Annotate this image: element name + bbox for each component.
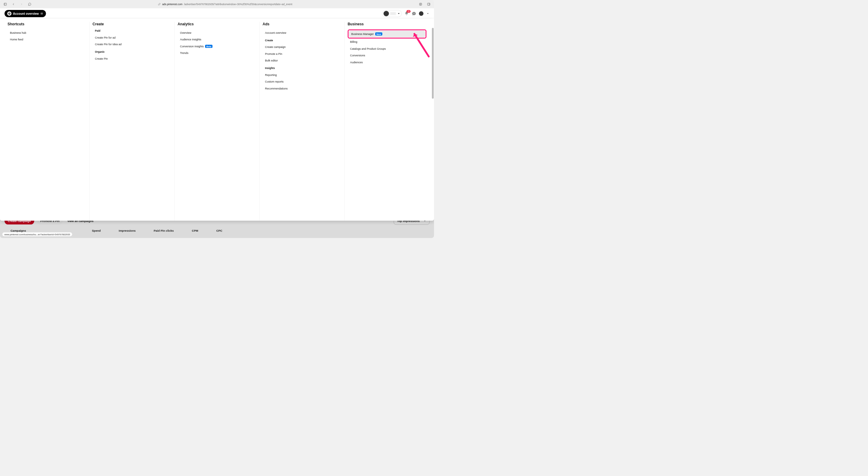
create-heading: Create xyxy=(93,22,172,26)
ads-item-reporting[interactable]: Reporting xyxy=(262,72,341,78)
col-shortcuts: Shortcuts Business hub Home feed xyxy=(4,22,90,221)
browser-toolbar: ads.pinterest.com/advertiser/54976780293… xyxy=(0,0,434,8)
item-label: Conversion insights xyxy=(180,45,204,48)
svg-point-11 xyxy=(413,13,413,14)
chevron-down-icon[interactable] xyxy=(426,12,430,15)
ads-item-create-campaign[interactable]: Create campaign xyxy=(262,44,341,51)
col-cpm: CPM xyxy=(192,229,198,232)
svg-rect-0 xyxy=(4,3,6,5)
ads-heading: Ads xyxy=(262,22,341,26)
notif-badge: 23 xyxy=(407,10,410,13)
chevron-down-icon xyxy=(397,12,401,15)
ads-item-bulk-editor[interactable]: Bulk editor xyxy=(262,57,341,64)
ads-item-promote-pin[interactable]: Promote a Pin xyxy=(262,51,341,58)
ads-item-account-overview[interactable]: Account overview xyxy=(262,30,341,36)
business-item-audiences[interactable]: Audiences xyxy=(347,59,427,66)
status-bar-url: www.pinterest.com/business/bu...er/?adve… xyxy=(2,232,72,237)
mega-menu: Shortcuts Business hub Home feed Create … xyxy=(0,19,434,221)
svg-rect-10 xyxy=(41,14,43,14)
create-item-pin-for-ad[interactable]: Create Pin for ad xyxy=(93,34,172,41)
col-create: Create Paid Create Pin for ad Create Pin… xyxy=(90,22,175,221)
url-path: /advertiser/549767802935/?attributionwin… xyxy=(184,3,292,6)
account-overview-menu-button[interactable]: Account overview xyxy=(4,10,46,17)
beta-badge: Beta xyxy=(205,45,213,48)
account-switcher[interactable] xyxy=(382,10,402,17)
item-label: Business Manager xyxy=(351,33,374,36)
svg-point-12 xyxy=(414,13,414,14)
analytics-item-overview[interactable]: Overview xyxy=(178,30,256,36)
svg-point-13 xyxy=(414,13,415,14)
sidebar-toggle-icon[interactable] xyxy=(3,2,7,6)
new-badge: New xyxy=(375,33,382,36)
svg-rect-8 xyxy=(41,13,43,13)
ads-item-custom-reports[interactable]: Custom reports xyxy=(262,78,341,85)
url-domain: ads.pinterest.com xyxy=(162,3,182,6)
col-cpc: CPC xyxy=(216,229,222,232)
app-header: Account overview 23 xyxy=(0,8,434,19)
page-body: Account overview 23 Create campaign Prom… xyxy=(0,8,434,238)
shortcuts-item-business-hub[interactable]: Business hub xyxy=(7,30,87,36)
annotation-arrow-icon xyxy=(411,31,431,58)
ads-create-subhead: Create xyxy=(262,39,341,42)
business-heading: Business xyxy=(347,22,427,26)
address-bar[interactable]: ads.pinterest.com/advertiser/54976780293… xyxy=(158,3,292,6)
profile-avatar[interactable] xyxy=(419,11,424,16)
col-ads: Ads Account overview Create Create campa… xyxy=(259,22,344,221)
create-item-pin[interactable]: Create Pin xyxy=(93,56,172,62)
reload-icon[interactable] xyxy=(27,2,32,6)
create-item-pin-for-idea-ad[interactable]: Create Pin for Idea ad xyxy=(93,41,172,48)
col-impressions: Impressions xyxy=(119,229,135,232)
back-icon[interactable] xyxy=(11,2,16,6)
analytics-item-trends[interactable]: Trends xyxy=(178,50,256,57)
col-clicks: Paid Pin clicks xyxy=(154,229,174,232)
col-analytics: Analytics Overview Audience insights Con… xyxy=(175,22,259,221)
col-spend: Spend xyxy=(92,229,101,232)
svg-rect-6 xyxy=(427,3,430,5)
create-paid-subhead: Paid xyxy=(93,30,172,33)
table-header: Campaigns Spend Impressions Paid Pin cli… xyxy=(4,225,430,232)
account-pill-label: Account overview xyxy=(13,12,39,15)
shortcuts-item-home-feed[interactable]: Home feed xyxy=(7,36,87,43)
ads-item-recommendations[interactable]: Recommendations xyxy=(262,85,341,92)
reader-icon[interactable] xyxy=(418,2,423,6)
notifications-button[interactable]: 23 xyxy=(404,11,409,16)
forward-icon[interactable] xyxy=(19,2,24,6)
analytics-heading: Analytics xyxy=(178,22,256,26)
chat-icon xyxy=(412,11,416,16)
scrollbar[interactable] xyxy=(432,28,434,99)
analytics-item-audience-insights[interactable]: Audience insights xyxy=(178,36,256,43)
create-organic-subhead: Organic xyxy=(93,51,172,54)
hamburger-icon xyxy=(40,12,43,15)
panels-icon[interactable] xyxy=(427,2,431,6)
ads-insights-subhead: Insights xyxy=(262,67,341,70)
col-business: Business Business Manager New Billing Ca… xyxy=(344,22,430,221)
account-name-redacted xyxy=(390,12,396,15)
analytics-item-conversion-insights[interactable]: Conversion insights Beta xyxy=(178,43,256,50)
link-icon xyxy=(158,3,161,5)
svg-rect-9 xyxy=(41,13,43,14)
messages-button[interactable] xyxy=(412,11,416,16)
avatar xyxy=(384,11,389,16)
pinterest-logo-icon xyxy=(7,11,11,16)
shortcuts-heading: Shortcuts xyxy=(7,22,87,26)
